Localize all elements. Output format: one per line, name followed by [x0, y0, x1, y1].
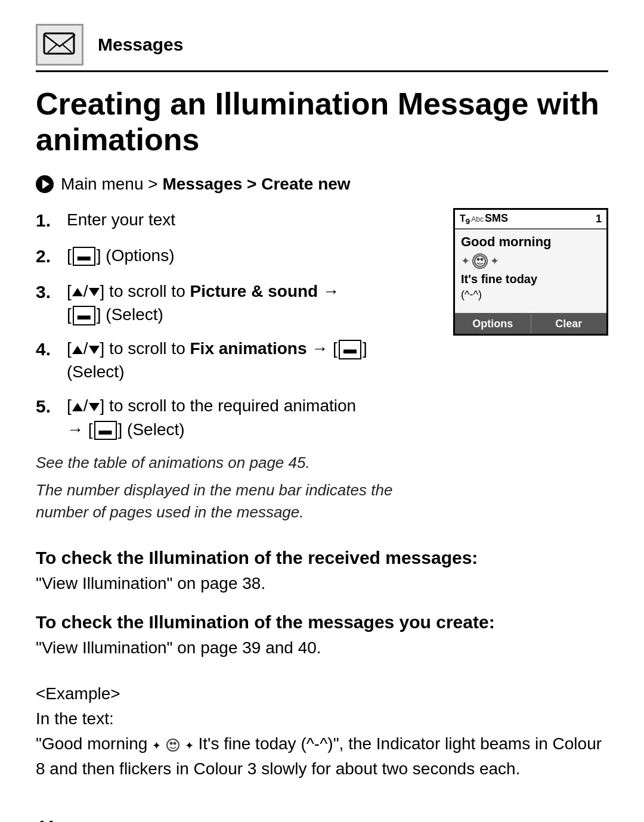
- step-1: 1. Enter your text: [36, 208, 435, 233]
- italic-note-2: The number displayed in the menu bar ind…: [36, 479, 435, 523]
- up-arrow-icon-4: [72, 346, 83, 354]
- example-label: <Example>: [36, 681, 608, 706]
- example-body: "Good morning ✦ ✦ It's fine today (^-^)"…: [36, 731, 608, 781]
- phone-line4: (^-^): [461, 289, 600, 301]
- step-5: 5. [/] to scroll to the required animati…: [36, 394, 435, 441]
- step-3: 3. [/] to scroll to Picture & sound → [▬…: [36, 280, 435, 326]
- select-btn-icon-5: ▬: [94, 421, 117, 440]
- step-3-num: 3.: [36, 280, 57, 305]
- svg-line-1: [48, 44, 57, 52]
- phone-clear-btn[interactable]: Clear: [531, 314, 607, 334]
- phone-screen: T9 Abc SMS 1 Good morning ✦: [453, 208, 608, 336]
- svg-point-7: [169, 742, 172, 745]
- svg-point-8: [173, 742, 176, 745]
- header-divider: [36, 70, 608, 72]
- phone-to-icon: T9: [460, 213, 470, 226]
- svg-point-4: [477, 258, 480, 260]
- nav-path: Main menu > Messages > Create new: [36, 175, 608, 194]
- header-title: Messages: [98, 35, 183, 55]
- step-4-num: 4.: [36, 337, 57, 362]
- steps-column: 1. Enter your text 2. [▬] (Options) 3. […: [36, 208, 435, 529]
- phone-body: Good morning ✦ ✦ It's fine today (^-^): [455, 229, 606, 313]
- phone-line1: Good morning: [461, 234, 600, 250]
- steps-list: 1. Enter your text 2. [▬] (Options) 3. […: [36, 208, 435, 441]
- svg-line-2: [62, 44, 72, 52]
- nav-arrow-icon: [36, 175, 54, 193]
- step-2: 2. [▬] (Options): [36, 244, 435, 269]
- phone-page-num: 1: [596, 213, 602, 225]
- phone-line3: It's fine today: [461, 272, 600, 286]
- anim-star-left: ✦: [461, 255, 470, 268]
- down-arrow-icon: [89, 288, 100, 296]
- italic-note-1: See the table of animations on page 45.: [36, 452, 435, 473]
- step-1-text: Enter your text: [67, 208, 435, 231]
- down-arrow-icon-5: [89, 403, 100, 411]
- example-section: <Example> In the text: "Good morning ✦ ✦…: [36, 681, 608, 781]
- section2-text: "View Illumination" on page 39 and 40.: [36, 638, 608, 657]
- example-anim-icon: [166, 738, 180, 752]
- phone-header-left: T9 Abc SMS: [460, 212, 508, 226]
- down-arrow-icon-4: [89, 346, 100, 354]
- select-btn-icon-3: ▬: [73, 306, 95, 325]
- svg-point-5: [481, 258, 484, 260]
- phone-header-bar: T9 Abc SMS 1: [455, 210, 606, 229]
- options-btn-icon: ▬: [73, 247, 95, 266]
- full-width-sections: To check the Illumination of the receive…: [36, 548, 608, 781]
- page-title: Creating an Illumination Message with an…: [36, 86, 608, 158]
- select-btn-icon-4: ▬: [339, 340, 361, 359]
- step-4: 4. [/] to scroll to Fix animations → [▬]…: [36, 337, 435, 383]
- section2-heading: To check the Illumination of the message…: [36, 612, 608, 632]
- step-2-text: [▬] (Options): [67, 244, 435, 267]
- page-header: Messages: [36, 24, 608, 66]
- section1-heading: To check the Illumination of the receive…: [36, 548, 608, 568]
- step-5-text: [/] to scroll to the required animation …: [67, 394, 435, 441]
- nav-path-text: Messages > Create new: [162, 175, 350, 193]
- step-1-num: 1.: [36, 208, 57, 233]
- phone-sms-label: SMS: [485, 212, 508, 225]
- step-2-num: 2.: [36, 244, 57, 269]
- step-3-text: [/] to scroll to Picture & sound → [▬] (…: [67, 280, 435, 326]
- messages-icon: [36, 24, 83, 66]
- svg-point-6: [167, 739, 179, 751]
- main-content: 1. Enter your text 2. [▬] (Options) 3. […: [36, 208, 608, 529]
- phone-mockup: T9 Abc SMS 1 Good morning ✦: [453, 208, 608, 336]
- phone-footer: Options Clear: [455, 313, 606, 334]
- section1-text: "View Illumination" on page 38.: [36, 574, 608, 593]
- example-intro: In the text:: [36, 706, 608, 731]
- svg-point-3: [475, 256, 485, 266]
- nav-prefix: Main menu > Messages > Create new: [61, 175, 351, 194]
- anim-star-right: ✦: [490, 255, 499, 268]
- phone-options-btn[interactable]: Options: [455, 314, 531, 334]
- step-5-num: 5.: [36, 394, 57, 419]
- up-arrow-icon: [72, 288, 83, 296]
- phone-animation-row: ✦ ✦: [461, 253, 600, 269]
- step-4-text: [/] to scroll to Fix animations → [▬] (S…: [67, 337, 435, 383]
- up-arrow-icon-5: [72, 403, 83, 411]
- phone-abc-label: Abc: [471, 215, 484, 224]
- page-number: 44: [36, 817, 608, 822]
- anim-circle-icon: [472, 253, 488, 269]
